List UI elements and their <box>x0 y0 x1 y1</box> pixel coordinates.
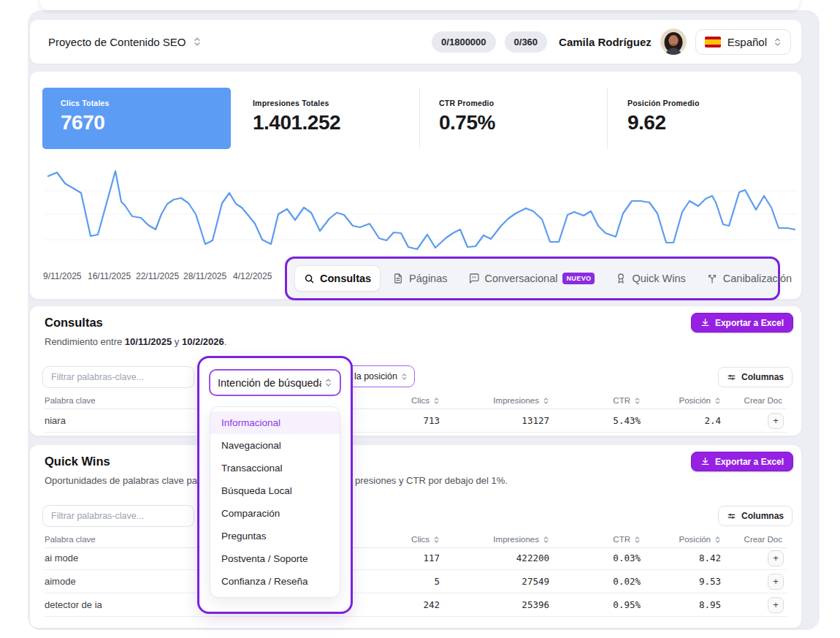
intent-option[interactable]: Transaccional <box>210 457 340 479</box>
sort-icon <box>634 536 641 544</box>
quickwins-table-body: ai mode 117 422200 0.03% 8.42 + aimode 5… <box>45 547 787 617</box>
stat-value: 9.62 <box>627 111 700 134</box>
stat-card-ctr[interactable]: CTR Promedio 0.75% <box>439 99 495 134</box>
intent-annotation-box: Intención de búsqueda InformacionalNaveg… <box>197 356 353 614</box>
x-axis-tick: 9/11/2025 <box>43 271 82 281</box>
download-icon <box>700 318 710 327</box>
ctr-cell: 0.03% <box>549 552 641 563</box>
posicion-cell: 2.4 <box>641 415 721 426</box>
sort-icon <box>543 397 549 405</box>
create-doc-button[interactable]: + <box>768 550 784 566</box>
header-ctr-sort[interactable]: CTR <box>549 396 641 405</box>
intent-option[interactable]: Postventa / Soporte <box>210 547 340 570</box>
tab-label: Conversacional <box>485 273 558 284</box>
intent-select[interactable]: Intención de búsqueda <box>209 369 341 396</box>
tab-label: Canibalización <box>723 273 792 284</box>
chevron-updown-icon <box>401 373 408 381</box>
header-ctr-sort[interactable]: CTR <box>549 535 641 544</box>
intent-option[interactable]: Navegacional <box>210 434 340 457</box>
header-impresiones-sort[interactable]: Impresiones <box>440 396 549 405</box>
intent-option[interactable]: Comparación <box>210 502 340 525</box>
document-icon <box>392 273 404 284</box>
columns-label: Columnas <box>741 372 784 382</box>
x-axis-tick: 16/11/2025 <box>88 271 131 281</box>
consultas-section: Consultas Rendimiento entre 10/11/2025 y… <box>29 305 802 436</box>
header-posicion-sort[interactable]: Posición <box>641 535 721 544</box>
tab-consultas[interactable]: Consultas <box>294 265 381 292</box>
stat-value: 7670 <box>61 111 231 134</box>
tab-label: Páginas <box>409 273 447 284</box>
tab-label: Quick Wins <box>632 273 685 284</box>
header-crear-doc: Crear Doc <box>721 535 787 544</box>
project-name: Proyecto de Contenido SEO <box>48 36 186 48</box>
posicion-cell: 8.42 <box>641 552 721 563</box>
intent-option[interactable]: Confianza / Reseña <box>210 570 340 593</box>
sort-icon <box>433 536 440 544</box>
sort-icon <box>634 397 641 405</box>
language-label: Español <box>728 36 767 48</box>
create-doc-button[interactable]: + <box>768 597 784 613</box>
split-arrows-icon <box>706 273 718 284</box>
impresiones-cell: 422200 <box>440 552 549 563</box>
stat-card-clics[interactable]: Clics Totales 7670 <box>42 88 231 149</box>
sort-icon <box>714 397 721 405</box>
sliders-icon <box>727 512 736 521</box>
table-row: niara 713 13127 5.43% 2.4 + <box>45 409 787 433</box>
header-crear-doc: Crear Doc <box>721 396 787 405</box>
columns-button[interactable]: Columnas <box>718 506 793 526</box>
ctr-cell: 0.02% <box>549 576 641 587</box>
posicion-cell: 9.53 <box>641 576 721 587</box>
sort-icon <box>543 536 549 544</box>
stat-divider <box>419 88 420 149</box>
columns-label: Columnas <box>741 511 784 521</box>
table-row: aimode 5 27549 0.02% 9.53 + <box>45 570 787 593</box>
impresiones-cell: 25396 <box>440 599 549 610</box>
keyword-filter-input[interactable] <box>42 366 194 388</box>
stat-card-posicion[interactable]: Posición Promedio 9.62 <box>627 99 700 134</box>
project-select[interactable]: Proyecto de Contenido SEO <box>48 36 202 48</box>
x-axis-tick: 4/12/2025 <box>233 271 272 281</box>
section-title: Consultas <box>45 316 103 330</box>
x-axis-tick: 28/11/2025 <box>183 271 226 281</box>
report-tabs: Consultas Páginas Conversacional NUEVO Q… <box>285 257 780 300</box>
intent-option[interactable]: Informacional <box>210 411 340 434</box>
tab-paginas[interactable]: Páginas <box>383 266 456 291</box>
impresiones-cell: 27549 <box>440 576 549 587</box>
intent-option[interactable]: Búsqueda Local <box>210 479 340 502</box>
create-doc-button[interactable]: + <box>768 413 784 429</box>
quick-wins-description-left: Oportunidades de palabras clave para <box>45 475 205 486</box>
export-excel-button[interactable]: Exportar a Excel <box>691 452 793 471</box>
export-excel-button[interactable]: Exportar a Excel <box>691 313 793 333</box>
tab-canibalizacion[interactable]: Canibalización <box>698 266 801 291</box>
create-doc-button[interactable]: + <box>768 574 784 590</box>
header-posicion-sort[interactable]: Posición <box>641 396 721 405</box>
language-select[interactable]: Español <box>695 29 791 55</box>
header-impresiones-sort[interactable]: Impresiones <box>440 535 549 544</box>
stat-divider <box>607 88 608 149</box>
intent-option[interactable]: Preguntas <box>210 525 340 547</box>
sliders-icon <box>727 373 736 382</box>
user-name: Camila Rodríguez <box>559 36 652 48</box>
chevron-updown-icon <box>193 37 202 47</box>
search-icon <box>304 273 315 284</box>
ctr-cell: 0.95% <box>549 599 641 610</box>
chat-quote-icon <box>468 273 480 284</box>
avatar[interactable] <box>660 29 687 55</box>
tab-label: Consultas <box>320 273 371 284</box>
tab-quick-wins[interactable]: Quick Wins <box>606 266 694 291</box>
table-header-row: Palabra clave Clics Impresiones CTR Posi… <box>45 531 787 548</box>
stat-label: Posición Promedio <box>627 99 700 107</box>
posicion-cell: 8.95 <box>641 599 721 610</box>
usage-counter-words: 0/1800000 <box>432 31 495 53</box>
clicks-line-chart <box>45 165 797 257</box>
stat-card-impresiones[interactable]: Impresiones Totales 1.401.252 <box>253 99 340 134</box>
tab-conversacional[interactable]: Conversacional NUEVO <box>459 266 604 291</box>
section-title: Quick Wins <box>45 455 110 468</box>
stat-label: CTR Promedio <box>439 99 495 107</box>
export-excel-label: Exportar a Excel <box>715 457 784 467</box>
stat-label: Impresiones Totales <box>253 99 340 107</box>
keyword-filter-input[interactable] <box>42 505 194 527</box>
impresiones-cell: 13127 <box>440 415 549 426</box>
columns-button[interactable]: Columnas <box>718 367 793 387</box>
position-filter-label: a la posición <box>347 371 398 381</box>
